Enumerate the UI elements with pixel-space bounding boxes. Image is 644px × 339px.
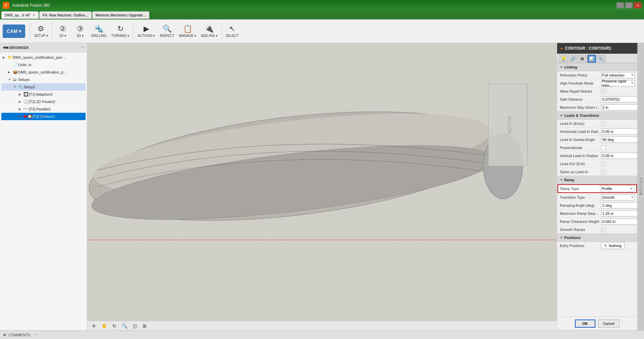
actions-button[interactable]: ▶ ACTIONS ▾: [136, 21, 157, 41]
drilling-button[interactable]: 🔩 DRILLING: [89, 21, 109, 41]
viewport-pan-icon[interactable]: ✛: [90, 322, 98, 330]
lead-out-checkbox[interactable]: [601, 161, 606, 166]
smooth-ramps-checkbox[interactable]: [601, 227, 606, 232]
panel-tab-settings[interactable]: ⚙: [578, 55, 587, 63]
section-linking[interactable]: ▼ Linking: [557, 63, 637, 71]
select-button[interactable]: ↖ SELECT: [224, 21, 241, 41]
viewport-grid-icon[interactable]: ⊞: [141, 322, 149, 330]
manage-label: MANAGE ▾: [179, 34, 196, 38]
tab-dms[interactable]: DMS_sp...rt v6* ✕: [1, 11, 39, 19]
spoon-svg: FOLLOW: [87, 43, 557, 330]
panel-tab-link[interactable]: 🔗: [569, 55, 577, 63]
status-expand-icon[interactable]: ⋯: [34, 333, 38, 337]
setups-icon: 🗂: [13, 77, 18, 82]
prop-retraction-policy: Retraction Policy Full retraction ▼: [557, 71, 637, 79]
ramp-clearance-input[interactable]: [601, 219, 637, 225]
viewport-zoom-icon[interactable]: 🔍: [120, 322, 129, 330]
max-stay-down-input[interactable]: [601, 104, 637, 110]
transition-type-label: Transition Type: [560, 195, 601, 199]
tree-item-setup1[interactable]: ▼ 🔧 Setup1: [1, 83, 86, 91]
tab-melnons[interactable]: Melnons Machinery Upgrade...: [92, 11, 149, 19]
section-ramp[interactable]: ▼ Ramp: [557, 176, 637, 184]
allow-rapid-checkbox[interactable]: [601, 89, 606, 94]
close-button[interactable]: ✕: [634, 2, 641, 8]
same-as-lead-checkbox[interactable]: [601, 170, 606, 174]
prop-perpendicular: Perpendicular: [557, 144, 637, 152]
turning-button[interactable]: ↻ TURNING ▾: [109, 21, 131, 41]
tree-item-part[interactable]: ▶ 📦 DMS_spoon_certification_p...: [1, 68, 86, 76]
setup-button[interactable]: ⚙ SETUP ▾: [32, 21, 50, 41]
section-linking-label: Linking: [564, 65, 577, 69]
minimize-button[interactable]: ─: [616, 2, 624, 8]
toolbar-sep-2: [52, 23, 52, 40]
lead-out-value: [601, 161, 635, 166]
high-feedrate-arrow-icon: ▼: [631, 82, 634, 85]
status-comments: COMMENTS: [9, 333, 30, 337]
ramp-type-dropdown[interactable]: Profile ▼: [600, 185, 634, 192]
tree-item-units[interactable]: ▶ 📄 Units: in: [1, 61, 86, 68]
viewport-hand-icon[interactable]: ✋: [99, 322, 109, 330]
viewport-display-icon[interactable]: ◫: [131, 322, 139, 330]
viewport-orbit-icon[interactable]: ↻: [110, 322, 118, 330]
nothing-button[interactable]: ↖ Nothing: [601, 242, 625, 249]
cancel-button[interactable]: Cancel: [598, 320, 620, 328]
sweep-angle-input[interactable]: [601, 137, 637, 143]
high-feedrate-label: High Feedrate Mode: [560, 81, 601, 85]
tab-dms-close[interactable]: ✕: [33, 13, 35, 17]
t3p-icon: 〰: [23, 107, 29, 111]
2d-button[interactable]: ② 2D ▾: [54, 21, 71, 41]
cursor-icon: ↖: [604, 243, 607, 248]
tree-item-t1[interactable]: ▶ 🔲 [T1] Adaptive3: [1, 91, 86, 98]
tab-machine-label: F4: New Machine: Outline...: [43, 13, 88, 17]
browser-options-icon[interactable]: ⋯: [80, 45, 84, 50]
tree-item-t3p[interactable]: ▶ 〰 [T3] Parallel1: [1, 105, 86, 113]
transition-type-value: Smooth ▼: [601, 194, 635, 200]
setup-label: SETUP ▾: [34, 34, 48, 38]
tree-item-setups[interactable]: ▼ 🗂 Setups: [1, 76, 86, 83]
tree-item-root[interactable]: ▶ 📁 DMS_spoon_certification_part ...: [1, 54, 86, 61]
section-leads[interactable]: ▼ Leads & Transitions: [557, 111, 637, 119]
svg-text:FOLLOW: FOLLOW: [507, 116, 512, 134]
toolbar: CAM ▾ ⚙ SETUP ▾ ② 2D ▾ ③ 3D ▾ 🔩 DRILLING…: [0, 19, 644, 43]
browser-tree: ▶ 📁 DMS_spoon_certification_part ... ▶ 📄…: [0, 52, 87, 330]
main-layout: ◀◀ BROWSER ⋯ ▶ 📁 DMS_spoon_certification…: [0, 43, 644, 330]
perpendicular-checkbox[interactable]: [601, 145, 606, 150]
tree-label-root: DMS_spoon_certification_part ...: [13, 55, 66, 59]
section-positions[interactable]: ▼ Positions: [557, 234, 637, 242]
vert-lead-input[interactable]: [601, 153, 637, 159]
high-feedrate-dropdown[interactable]: Preserve rapid mov... ▼: [601, 80, 635, 86]
tree-item-t3c[interactable]: ▶ 🔲 [T3] Contour1: [1, 113, 86, 120]
safe-distance-input[interactable]: [601, 96, 637, 102]
retraction-policy-dropdown[interactable]: Full retraction ▼: [601, 72, 635, 78]
tree-item-t2[interactable]: ▶ ⬜ [T2] 2D Pocket2: [1, 98, 86, 105]
prop-same-as-lead: Same as Lead-In: [557, 168, 637, 176]
panel-tab-chart[interactable]: 📊: [587, 55, 596, 63]
lead-in-checkbox[interactable]: [601, 121, 606, 126]
tree-arrow-part: ▶: [8, 70, 13, 74]
addins-button[interactable]: 🔌 ADD-INS ▾: [199, 21, 219, 41]
tree-arrow-setup1: ▼: [13, 85, 18, 89]
inspect-button[interactable]: 🔍 INSPECT: [158, 21, 176, 41]
tab-machine[interactable]: F4: New Machine: Outline...: [39, 11, 92, 19]
browser-collapse-icon[interactable]: ◀◀: [3, 45, 8, 50]
ramping-angle-input[interactable]: [601, 202, 637, 208]
horiz-lead-input[interactable]: [601, 129, 637, 135]
status-bar: COMMENTS ⋯: [0, 330, 644, 339]
t1-icon: 🔲: [23, 92, 29, 97]
retraction-policy-text: Full retraction: [602, 73, 625, 77]
max-ramp-step-input[interactable]: [601, 210, 637, 216]
section-leads-arrow: ▼: [560, 114, 563, 117]
collapsed-text: FOLLOW: [639, 178, 643, 196]
panel-tab-tool[interactable]: 🔧: [597, 55, 605, 63]
prop-transition-type: Transition Type Smooth ▼: [557, 193, 637, 201]
ok-button[interactable]: OK: [575, 320, 595, 328]
prop-safe-distance: Safe Distance ▲ ▼: [557, 95, 637, 103]
prop-high-feedrate: High Feedrate Mode Preserve rapid mov...…: [557, 79, 637, 87]
manage-button[interactable]: 📋 MANAGE ▾: [177, 21, 198, 41]
maximize-button[interactable]: □: [625, 2, 633, 8]
panel-tab-info[interactable]: 💡: [559, 55, 568, 63]
3d-button[interactable]: ③ 3D ▾: [72, 21, 89, 41]
transition-type-dropdown[interactable]: Smooth ▼: [601, 194, 635, 200]
viewport[interactable]: FOLLOW ✛ ✋ ↻ 🔍 ◫ ⊞: [87, 43, 557, 330]
cam-button[interactable]: CAM ▾: [3, 25, 25, 38]
